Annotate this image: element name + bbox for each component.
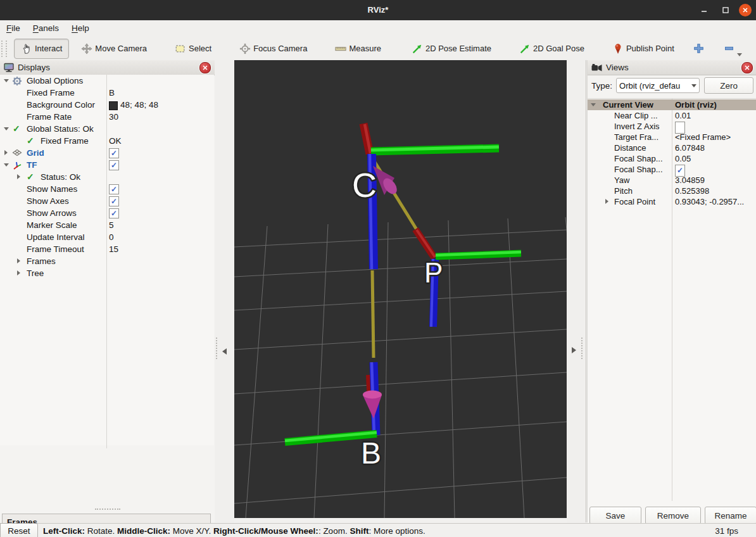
splitter-dots[interactable] [581, 338, 584, 359]
expander-icon[interactable] [4, 163, 9, 167]
property-label: Distance [614, 142, 646, 153]
row-frames[interactable]: Frames [0, 255, 214, 267]
property-value[interactable]: 0.05 [675, 153, 691, 164]
row-focal-point[interactable]: Focal Point 0.93043; -0.2957... [588, 196, 756, 207]
property-value[interactable]: 15 [109, 243, 118, 255]
view-type-dropdown[interactable]: Orbit (rviz_defau [616, 78, 700, 93]
row-tf-display[interactable]: TF [0, 159, 214, 171]
property-value[interactable]: 3.04859 [675, 175, 705, 186]
views-close-button[interactable] [741, 62, 753, 73]
row-fixed-frame[interactable]: Fixed Frame B [0, 87, 214, 99]
title-bar[interactable]: RViz* [0, 0, 756, 20]
expander-icon[interactable] [17, 174, 20, 179]
tool-publish-point[interactable]: Publish Point [605, 39, 681, 59]
row-frame-rate[interactable]: Frame Rate 30 [0, 111, 214, 123]
show-arrows-checkbox[interactable] [109, 208, 119, 218]
row-tree[interactable]: Tree [0, 267, 214, 279]
row-show-arrows[interactable]: Show Arrows [0, 207, 214, 219]
views-property-tree[interactable]: Current View Orbit (rviz) Near Clip ... … [588, 98, 756, 537]
property-value[interactable]: 5 [109, 219, 114, 231]
toolbar-drag-handle[interactable] [1, 41, 4, 57]
tool-2d-pose-estimate[interactable]: 2D Pose Estimate [405, 39, 498, 59]
displays-property-tree[interactable]: Global Options Fixed Frame B Background … [0, 75, 214, 445]
collapse-right-panel-arrow[interactable] [572, 347, 576, 353]
show-names-checkbox[interactable] [109, 184, 119, 194]
row-frame-timeout[interactable]: Frame Timeout 15 [0, 243, 214, 255]
remove-tool-button[interactable] [721, 40, 738, 58]
save-view-button[interactable]: Save [589, 507, 641, 524]
close-button[interactable] [739, 4, 752, 16]
expander-icon[interactable] [17, 258, 20, 263]
tool-label: 2D Pose Estimate [425, 44, 491, 53]
row-invert-z-axis[interactable]: Invert Z Axis [588, 121, 756, 132]
row-marker-scale[interactable]: Marker Scale 5 [0, 219, 214, 231]
row-grid-display[interactable]: Grid [0, 147, 214, 159]
toolbar-drag-handle[interactable] [6, 41, 9, 57]
row-near-clip[interactable]: Near Clip ... 0.01 [588, 110, 756, 121]
maximize-button[interactable] [719, 4, 732, 16]
displays-close-button[interactable] [199, 62, 211, 73]
reset-button[interactable]: Reset [0, 523, 38, 537]
tool-2d-goal-pose[interactable]: 2D Goal Pose [512, 39, 591, 59]
property-value[interactable]: 0.93043; -0.2957... [675, 196, 744, 207]
displays-panel-header[interactable]: Displays [0, 60, 215, 75]
row-yaw[interactable]: Yaw 3.04859 [588, 175, 756, 186]
move-camera-icon [81, 43, 92, 54]
expander-icon[interactable] [4, 127, 9, 130]
row-tf-status[interactable]: ✓ Status: Ok [0, 171, 214, 183]
expander-icon[interactable] [4, 79, 9, 82]
enabled-checkbox[interactable] [109, 148, 119, 158]
menu-help[interactable]: Help [65, 20, 96, 37]
rename-view-button[interactable]: Rename [705, 507, 756, 524]
row-show-names[interactable]: Show Names [0, 183, 214, 195]
row-target-frame[interactable]: Target Fra... <Fixed Frame> [588, 132, 756, 142]
menu-panels[interactable]: Panels [27, 20, 65, 37]
row-update-interval[interactable]: Update Interval 0 [0, 231, 214, 243]
property-value[interactable]: <Fixed Frame> [675, 132, 731, 142]
expander-icon[interactable] [4, 150, 8, 155]
property-label: Show Names [27, 183, 77, 195]
expander-icon[interactable] [17, 270, 20, 275]
tool-select[interactable]: Select [168, 39, 218, 59]
add-tool-button[interactable] [690, 40, 708, 58]
minimize-button[interactable] [698, 4, 710, 16]
splitter-dots[interactable] [216, 338, 219, 359]
row-fixed-frame-status[interactable]: ✓ Fixed Frame OK [0, 135, 214, 147]
property-value[interactable]: 30 [109, 111, 118, 123]
zero-button[interactable]: Zero [704, 77, 753, 94]
expander-icon[interactable] [605, 199, 608, 204]
row-distance[interactable]: Distance 6.07848 [588, 142, 756, 153]
show-axes-checkbox[interactable] [109, 196, 119, 206]
remove-view-button[interactable]: Remove [645, 507, 701, 524]
expander-icon[interactable] [591, 103, 596, 106]
property-value[interactable]: B [109, 87, 115, 99]
row-current-view[interactable]: Current View Orbit (rviz) [588, 99, 756, 110]
property-value[interactable]: 0 [109, 231, 114, 243]
row-global-status[interactable]: ✓ Global Status: Ok [0, 123, 214, 135]
property-value[interactable]: 0.01 [675, 110, 691, 121]
row-global-options[interactable]: Global Options [0, 75, 214, 87]
collapse-left-panel-arrow[interactable] [222, 348, 227, 355]
menu-file[interactable]: File [0, 20, 27, 37]
panel-splitter[interactable] [586, 60, 586, 522]
tool-measure[interactable]: Measure [328, 39, 388, 59]
tool-interact[interactable]: Interact [14, 39, 69, 59]
3d-viewport[interactable]: C P B [234, 60, 567, 518]
property-value[interactable]: 6.07848 [675, 142, 705, 153]
enabled-checkbox[interactable] [109, 160, 119, 170]
row-show-axes[interactable]: Show Axes [0, 195, 214, 207]
property-value[interactable]: 48; 48; 48 [120, 99, 158, 111]
row-background-color[interactable]: Background Color 48; 48; 48 [0, 99, 214, 111]
tool-move-camera[interactable]: Move Camera [74, 39, 154, 59]
property-label: Focal Shap... [614, 164, 663, 175]
tool-focus-camera[interactable]: Focus Camera [232, 39, 314, 59]
panel-splitter-handle[interactable] [95, 509, 120, 513]
row-focal-shape-fixed[interactable]: Focal Shap... [588, 164, 756, 175]
property-value[interactable]: 0.525398 [675, 186, 709, 196]
row-pitch[interactable]: Pitch 0.525398 [588, 186, 756, 196]
property-value[interactable]: OK [109, 135, 122, 147]
views-panel-header[interactable]: Views [588, 60, 756, 75]
row-focal-shape-size[interactable]: Focal Shap... 0.05 [588, 153, 756, 164]
color-swatch[interactable] [109, 101, 118, 110]
displays-panel-title: Displays [18, 63, 196, 72]
